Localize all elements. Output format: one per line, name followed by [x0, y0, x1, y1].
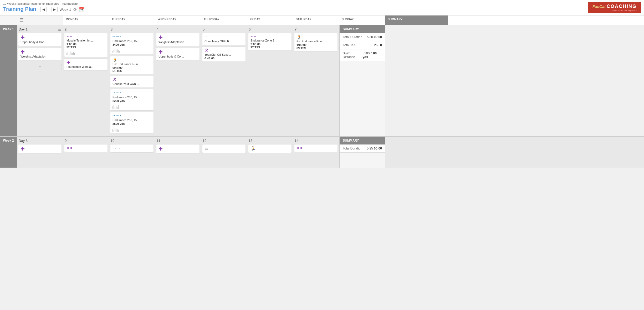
chart-bars	[113, 104, 151, 109]
workout-card[interactable]: ⏱ Choose Your Own ...	[110, 76, 154, 88]
workout-card[interactable]: ✚ Upper body & Cor...	[156, 47, 200, 60]
timer-icon: ⏱	[113, 78, 151, 82]
workout-card[interactable]: ✚ Upper body & Cor...	[18, 33, 62, 46]
day2-header: 2	[64, 26, 108, 33]
header-wednesday: WEDNESDAY	[155, 16, 201, 25]
header-tuesday: TUESDAY	[109, 16, 155, 25]
day5-number: 5	[203, 27, 205, 31]
swim-distance-label: Swim Distance	[343, 51, 362, 59]
header-nav: ◀ | ▶ Week 1 ⟳ 📅	[40, 7, 84, 12]
workout-icon: ✚	[67, 60, 105, 65]
day8-header: Day 8	[18, 138, 62, 144]
week-label: Week 1	[60, 8, 71, 12]
header-left: 10 Week Resistance Training for Triathle…	[3, 2, 84, 12]
week2-total-duration-row: Total Duration 5:25 00:00	[340, 144, 385, 153]
workout-yds3: 2500 yds	[113, 122, 151, 125]
day3-header: 3	[110, 26, 154, 33]
hamburger-icon[interactable]: ☰	[20, 18, 23, 22]
week1-day5: 5 ▭ Completely OFF: R... ⏱ YogaGlo: Off-…	[201, 25, 247, 136]
workout-title: Weights: Adaptation	[21, 55, 59, 58]
workout-card[interactable]: 🏃 En: Endurance Run 0:45:00 51 TSS	[110, 56, 154, 74]
total-tss-value: 268 0	[374, 43, 382, 47]
day2-number: 2	[65, 27, 67, 31]
header-friday: FRIDAY	[247, 16, 293, 25]
workout-card[interactable]: ⚭⚭	[64, 144, 108, 152]
summary-total-tss-row: Total TSS 268 0	[340, 41, 385, 49]
bike-icon3: ⚭⚭	[297, 146, 335, 150]
logo-brand: FasCat	[592, 4, 606, 9]
prev-week-button[interactable]: ◀	[40, 7, 47, 12]
workout-card[interactable]: 〰〰 Endurance 250, 15... 2200 yds	[110, 89, 154, 111]
workout-card[interactable]: ⚭⚭ Muscle Tension Int... 1:00:00 52 TSS	[64, 33, 108, 57]
day14-header: 14	[294, 138, 338, 144]
week2-total-duration-label: Total Duration	[343, 147, 362, 150]
week2-day10: 10 〰〰	[109, 137, 155, 168]
workout-card[interactable]: 〰〰 Endurance 250, 15... 2500 yds	[110, 112, 154, 133]
day6-header: 6	[248, 26, 292, 33]
day14-number: 14	[295, 139, 298, 143]
header: 10 Week Resistance Training for Triathle…	[0, 0, 644, 16]
day9-number: 9	[65, 139, 67, 143]
workout-card[interactable]: ⚭⚭ Endurance Zone 2 2:00:00 97 TSS	[248, 33, 292, 51]
workout-card[interactable]: ✚ Weights: Adaptation	[156, 33, 200, 46]
workout-card[interactable]: 🏃 En: Endurance Run 1:00:00 69 TSS	[294, 33, 338, 51]
header-thursday: THURSDAY	[201, 16, 247, 25]
week2-day14: 14 ⚭⚭	[293, 137, 339, 168]
workout-card[interactable]: 〰〰 Endurance 250, 15... 3400 yds	[110, 33, 154, 54]
workout-card[interactable]: ⚭⚭	[294, 144, 338, 152]
week1-day6: 6 ⚭⚭ Endurance Zone 2 2:00:00 97 TSS	[247, 25, 293, 136]
total-duration-label: Total Duration	[343, 35, 362, 39]
logo-powered: Powered by TrainingPeaks	[612, 9, 637, 12]
week2-row: Week 2 Day 8 ✚ 9 ⚭⚭ 10 〰〰 11 ✚	[0, 136, 644, 168]
swim-icon4: 〰〰	[113, 146, 151, 151]
workout-card[interactable]: ✚ Weights: Adaptation	[18, 47, 62, 60]
workout-title: Endurance 250, 15...	[113, 39, 151, 43]
day1-menu-icon[interactable]: ☰	[58, 27, 61, 31]
day6-number: 6	[249, 27, 251, 31]
workout-card[interactable]: ✚ Foundation Work a...	[64, 58, 108, 71]
workout-card[interactable]: ▭	[202, 144, 246, 153]
week1-day7: 7 🏃 En: Endurance Run 1:00:00 69 TSS	[293, 25, 339, 136]
day13-header: 13	[248, 138, 292, 144]
swim-icon: 〰〰	[113, 35, 151, 39]
workout-title: YogaGlo: Off-Seas...	[205, 53, 243, 56]
chart-bars	[67, 50, 105, 55]
day7-number: 7	[295, 27, 297, 31]
week2-day8: Day 8 ✚	[17, 137, 63, 168]
header-summary: SUMMARY	[385, 16, 448, 25]
swim-icon2: 〰〰	[113, 91, 151, 96]
workout-title: Choose Your Own ...	[113, 82, 151, 85]
week1-day1: Day 1 ☰ ✚ Upper body & Cor... ✚ Weights:…	[17, 25, 63, 136]
week2-day9: 9 ⚭⚭	[63, 137, 109, 168]
header-saturday: SATURDAY	[293, 16, 339, 25]
workout-card[interactable]: ⏱ YogaGlo: Off-Seas... 0:45:00	[202, 47, 246, 62]
day12-header: 12	[202, 138, 246, 144]
day5-header: 5	[202, 26, 246, 33]
workout-title: Muscle Tension Int...	[67, 39, 105, 42]
week2-total-duration-value: 5:25 00:00	[367, 147, 382, 150]
week2-day11: 11 ✚	[155, 137, 201, 168]
add-workout-button[interactable]: +	[18, 63, 62, 70]
day9-header: 9	[64, 138, 108, 144]
workout-title: Weights: Adaptation	[159, 40, 197, 44]
calendar-icon[interactable]: 📅	[79, 7, 84, 12]
bike-icon2: ⚭⚭	[67, 146, 105, 150]
workout-icon: ⚭⚭	[67, 35, 105, 39]
workout-title: Completely OFF: R...	[205, 40, 243, 43]
workout-card[interactable]: 〰〰	[110, 144, 154, 153]
day11-number: 11	[157, 139, 160, 143]
refresh-icon[interactable]: ⟳	[73, 7, 77, 12]
workout-title: Upper body & Cor...	[159, 55, 197, 58]
workout-card[interactable]: ✚	[18, 144, 62, 154]
workout-card[interactable]: ✚	[156, 144, 200, 154]
workout-card[interactable]: ▭ Completely OFF: R...	[202, 33, 246, 45]
workout-card[interactable]: 🏃	[248, 144, 292, 153]
logo: FasCat COACHING Powered by TrainingPeaks	[588, 2, 641, 13]
day3-number: 3	[111, 27, 113, 31]
workout-title: Endurance Zone 2	[251, 39, 289, 42]
week2-day13: 13 🏃	[247, 137, 293, 168]
workout-duration: 1:00:00	[297, 43, 335, 47]
next-week-button[interactable]: ▶	[52, 7, 58, 12]
workout-title: Foundation Work a...	[67, 65, 105, 68]
summary-swim-distance-row: Swim Distance 8100 0.00 yds	[340, 49, 385, 61]
